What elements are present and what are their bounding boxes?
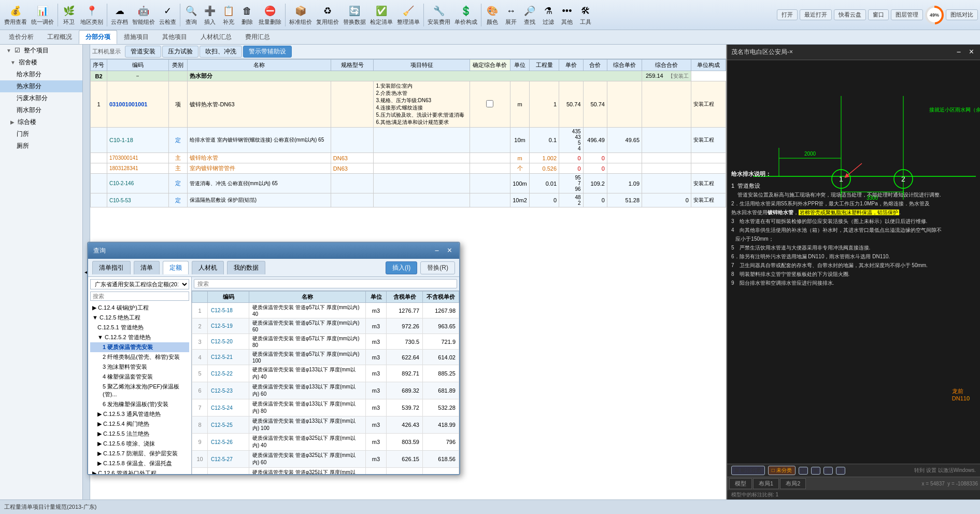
tab-sub-section[interactable]: 分部分项 [79,30,117,44]
query-result-row[interactable]: 3 C12-5-20 硬质保温管壳安装 管道φ57以下 厚度(mm以内) 80 … [192,334,459,350]
toolbar-verify-clean[interactable]: ✅ 检定清单 [368,3,395,27]
drawing-compare-button[interactable]: 图纸对比 [946,9,978,20]
tab-project-overview[interactable]: 工程概况 [40,30,79,44]
toolbar-filter[interactable]: ⚗ 过滤 [539,3,558,27]
cad-tool2-btn[interactable]: ⊕ [811,467,820,475]
tree-c124[interactable]: ▶ C.12.4 碳锅(炉)工程 [90,303,189,313]
query-dialog-minimize[interactable]: － [431,245,443,256]
sub-tab-blowback[interactable]: 吹扫、冲洗 [200,46,242,58]
cad-tool1-btn[interactable]: ⊡ [799,467,808,475]
tree-sewage[interactable]: 污废水部分 [0,92,82,104]
toolbar-replace-data[interactable]: 🔄 替换数据 [341,3,368,27]
tree-rubber-insulation[interactable]: 4 橡塑保温套管安装 [90,372,189,382]
tree-water-supply[interactable]: 给水部分 [0,68,82,80]
toolbar-color[interactable]: 🎨 颜色 [483,3,502,27]
query-dialog-close[interactable]: × [445,246,454,255]
toolbar-price-adjust[interactable]: 📊 统一调价 [29,3,56,27]
query-result-row[interactable]: 5 C12-5-22 硬质保温管壳安装 管道φ133以下 厚度(mm以内) 40… [192,365,459,382]
dialog-insert-btn[interactable]: 插入(I) [386,261,417,274]
query-result-row[interactable]: 2 C12-5-19 硬质保温管壳安装 管道φ57以下 厚度(mm以内) 60 … [192,318,459,334]
tree-c1258[interactable]: ▶ C.12.5.8 保温盒、保温托盘 [90,459,189,468]
toolbar-cloud-check[interactable]: ✓ 云检查 [157,3,178,27]
dialog-tab-material[interactable]: 人材机 [192,261,224,274]
cad-close-btn[interactable]: × [967,47,976,57]
tree-rain-water[interactable]: 雨水部分 [0,104,82,116]
tree-hot-water[interactable]: 热水部分 [0,80,82,92]
query-result-row[interactable]: 8 C12-5-25 硬质保温管壳安装 管道φ133以下 厚度(mm以内) 10… [192,416,459,434]
tree-foam-plastic[interactable]: 3 泡沫塑料管安装 [90,362,189,372]
tree-fiber-insulation[interactable]: 2 纤维类制品(管壳、棉管)安装 [90,352,189,362]
cad-tool4-btn[interactable]: ⊗ [836,467,845,475]
tab-measure-items[interactable]: 措施项目 [117,30,155,44]
tree-c1253[interactable]: ▶ C.12.5.3 通风管道绝热 [90,409,189,419]
toolbar-clean-clear[interactable]: 🧹 整理清单 [395,3,422,27]
dialog-tab-list-guide[interactable]: 清单指引 [92,261,131,274]
toolbar-expand[interactable]: ↔ 展开 [502,3,520,27]
tree-store[interactable]: 门所 [0,128,82,140]
quota-set-dropdown[interactable]: 广东省通用安装工程综合定额(2018) [90,279,189,289]
tree-c1251[interactable]: C.12.5.1 管道绝热 [90,323,189,332]
tab-fee-summary[interactable]: 费用汇总 [238,30,277,44]
toolbar-cost-view[interactable]: 💰 费用查看 [2,3,29,27]
tree-c1255[interactable]: ▶ C.12.5.5 法兰绝热 [90,429,189,439]
toolbar-region[interactable]: 📍 地区类别 [78,3,105,27]
query-result-row[interactable]: 7 C12-5-24 硬质保温管壳安装 管道φ133以下 厚度(mm以内) 80… [192,399,459,416]
tree-c1256[interactable]: ▶ C.12.5.6 喷涂、浇抹 [90,439,189,449]
dialog-tab-my-data[interactable]: 我的数据 [227,261,265,274]
tab-labor-material[interactable]: 人材机汇总 [194,30,238,44]
cad-tool3-btn[interactable]: ⊞ [823,467,833,475]
cad-minimize-btn[interactable]: － [953,47,965,58]
whole-project-checkbox[interactable]: ☑ [15,47,20,54]
query-result-row[interactable]: 11 C12-5-28 硬质保温管壳安装 管道φ325以下 厚度(mm以内) 8… [192,468,459,475]
toolbar-reuse-group[interactable]: ♻ 复用组价 [314,3,341,27]
sub-tab-pressure-test[interactable]: 压力试验 [162,46,198,58]
tree-pe-foam[interactable]: 5 聚乙烯泡沫发泡(PEF)保温板(管)... [90,382,189,399]
toolbar-batch-delete[interactable]: ⛔ 批量删除 [257,3,283,27]
cad-tab-layout1[interactable]: 布局1 [753,478,779,489]
query-result-row[interactable]: 9 C12-5-26 硬质保温管壳安装 管道φ325以下 厚度(mm以内) 40… [192,434,459,451]
tree-c1254[interactable]: ▶ C.12.5.4 阀门绝热 [90,419,189,429]
tree-c126[interactable]: ▶ C.12.6 管道补口外工程 [90,468,189,474]
tab-cost-analysis[interactable]: 造价分析 [2,30,40,44]
recent-open-button[interactable]: 最近打开 [800,9,832,20]
query-result-row[interactable]: 10 C12-5-27 硬质保温管壳安装 管道φ325以下 厚度(mm以内) 6… [192,451,459,468]
toolbar-other[interactable]: ••• 其他 [558,3,576,27]
cad-tab-model[interactable]: 模型 [729,478,752,489]
toolbar-unit-price[interactable]: 💲 单价构成 [452,3,479,27]
toolbar-std-group[interactable]: 📦 标准组价 [287,3,314,27]
open-button[interactable]: 打开 [777,9,798,20]
toolbar-delete[interactable]: 🗑 删除 [238,3,257,27]
tab-other-items[interactable]: 其他项目 [155,30,194,44]
toolbar-cloud-save[interactable]: ☁ 云存档 [109,3,130,27]
query-result-row[interactable]: 1 C12-5-18 硬质保温管壳安装 管道φ57以下 厚度(mm以内) 40 … [192,303,459,318]
toolbar-ai-org[interactable]: 🤖 智能组价 [130,3,157,27]
tree-rubber-board[interactable]: 6 发泡橡塑保温板(管)安装 [90,399,189,409]
toolbar-insert[interactable]: ➕ 插入 [201,3,219,27]
sub-tab-pipe-install[interactable]: 管道安装 [125,46,161,58]
toolbar-query[interactable]: 🔍 查询 [182,3,201,27]
cad-no-classify-btn[interactable]: □ 未分类 [768,466,796,475]
window-button[interactable]: 窗口 [868,9,889,20]
query-search-input[interactable] [194,279,457,288]
layer-manage-button[interactable]: 图层管理 [891,9,923,20]
query-result-row[interactable]: 4 C12-5-21 硬质保温管壳安装 管道φ57以下 厚度(mm以内) 100… [192,350,459,365]
tree-dormitory[interactable]: ▼ 宿舍楼 [0,57,82,68]
cloud-button[interactable]: 快看云盘 [834,9,866,20]
sub-tab-demo[interactable]: 警示带辅助设 [243,46,292,58]
toolbar-install-fee[interactable]: 🔧 安装费用 [425,3,452,27]
tree-c1252[interactable]: ▼ C.12.5.2 管道绝热 [90,332,189,342]
toolbar-env[interactable]: 🌿 环卫 [60,3,78,27]
toolbar-supplement[interactable]: 📋 补充 [219,3,238,27]
dialog-tab-quota[interactable]: 定额 [163,261,189,274]
tree-c1257[interactable]: ▶ C.12.5.7 防潮层、保护层安装 [90,449,189,459]
cad-annotation-classify-btn[interactable]: ⊞ 标注分类 [731,466,765,475]
tree-c125[interactable]: ▼ C.12.5 绝热工程 [90,313,189,323]
tree-composite[interactable]: ▶ 综合楼 [0,116,82,128]
tree-hard-insulation[interactable]: 1 硬质保温管壳安装 [90,342,189,352]
tree-toilet[interactable]: 厕所 [0,140,82,152]
query-result-row[interactable]: 6 C12-5-23 硬质保温管壳安装 管道φ133以下 厚度(mm以内) 60… [192,382,459,399]
toolbar-find[interactable]: 🔎 查找 [520,3,539,27]
toolbar-tool[interactable]: 🛠 工具 [576,3,595,27]
dialog-replace-btn[interactable]: 替换(R) [420,261,455,274]
cad-tab-layout2[interactable]: 布局2 [780,478,806,489]
